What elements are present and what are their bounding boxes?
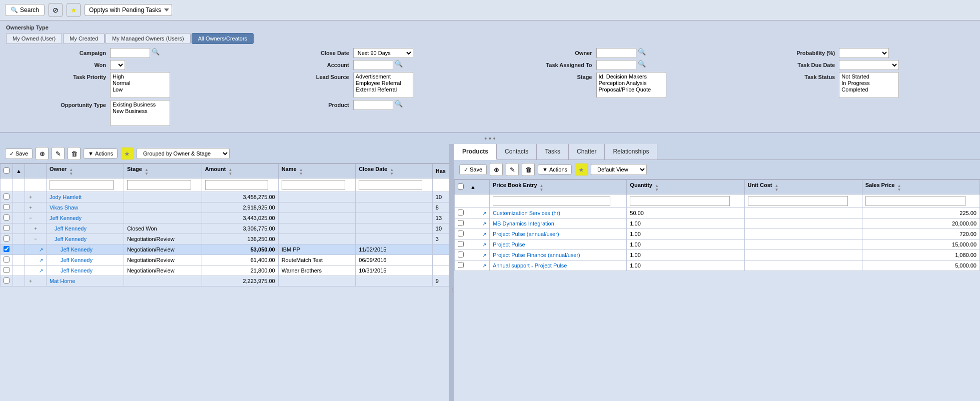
product-external-icon[interactable]: ↗ (482, 252, 486, 258)
ownership-tab-my-created[interactable]: My Created (63, 33, 105, 44)
product-external-icon[interactable]: ↗ (482, 232, 486, 237)
product-external-icon[interactable]: ↗ (482, 221, 486, 226)
quantity-header[interactable]: Quantity ▲▼ (627, 180, 744, 194)
right-view-select[interactable]: Default View (591, 164, 647, 175)
expand-icon[interactable]: ＋ (33, 226, 38, 231)
delete-button[interactable]: 🗑 (68, 147, 81, 160)
task-assigned-search-icon[interactable]: 🔍 (638, 60, 646, 68)
product-name-link[interactable]: Annual support - Project Pulse (493, 262, 567, 268)
won-select[interactable] (110, 60, 125, 70)
pbe-filter-input[interactable] (493, 196, 610, 206)
view-select[interactable]: Opptys with Pending Tasks (85, 4, 172, 16)
expand-icon[interactable]: － (28, 215, 33, 220)
owner-search-icon[interactable]: 🔍 (638, 48, 646, 56)
product-name-link[interactable]: Project Pulse (annual/user) (493, 231, 559, 237)
price-book-entry-header[interactable]: Price Book Entry ▲▼ (489, 180, 626, 194)
star-icon-button[interactable]: ★ (67, 3, 81, 17)
owner-link[interactable]: Jody Hamlett (50, 194, 82, 200)
sp-filter-input[interactable] (865, 196, 965, 206)
product-name-link[interactable]: Project Pulse (493, 242, 525, 248)
product-external-icon[interactable]: ↗ (482, 210, 486, 216)
opportunity-type-select[interactable]: Existing Business New Business (110, 100, 170, 126)
product-row-checkbox[interactable] (458, 262, 464, 268)
amount-filter-input[interactable] (205, 180, 268, 190)
stage-filter-input[interactable] (127, 180, 192, 190)
tab-products[interactable]: Products (454, 144, 497, 160)
ownership-tab-my-owned[interactable]: My Owned (User) (6, 33, 62, 44)
stage-column-header[interactable]: Stage ▲▼ (124, 164, 202, 178)
right-star-button[interactable]: ★ (575, 163, 588, 176)
product-external-icon[interactable]: ↗ (482, 263, 486, 268)
cancel-icon-button[interactable]: ⊘ (49, 3, 63, 17)
owner-filter-input[interactable] (50, 180, 114, 190)
has-column-header[interactable]: Has (432, 164, 449, 178)
product-row-checkbox[interactable] (458, 230, 464, 236)
campaign-input[interactable] (110, 48, 150, 58)
owner-link[interactable]: Jeff Kennedy (50, 215, 82, 221)
owner-link[interactable]: Mat Horne (50, 278, 75, 284)
row-checkbox[interactable] (4, 236, 10, 242)
search-button[interactable]: 🔍 Search (5, 4, 45, 16)
owner-link[interactable]: Jeff Kennedy (61, 257, 93, 263)
tab-chatter[interactable]: Chatter (569, 144, 605, 160)
owner-column-header[interactable]: Owner ▲▼ (46, 164, 124, 178)
sales-price-header[interactable]: Sales Price ▲▼ (862, 180, 979, 194)
vertical-divider[interactable]: ⋮ (450, 144, 454, 401)
product-row-checkbox[interactable] (458, 241, 464, 247)
name-filter-input[interactable] (282, 180, 345, 190)
products-table-wrapper[interactable]: ▲ Price Book Entry ▲▼ Quantity ▲▼ Unit C… (454, 180, 980, 401)
owner-link[interactable]: Jeff Kennedy (55, 226, 87, 232)
tab-tasks[interactable]: Tasks (537, 144, 569, 160)
right-actions-button[interactable]: ▼ Actions (538, 164, 572, 174)
grouped-select[interactable]: Grouped by Owner & Stage (137, 148, 230, 159)
product-name-link[interactable]: Project Pulse Finance (annual/user) (493, 252, 580, 258)
tab-relationships[interactable]: Relationships (605, 144, 657, 160)
product-search-icon[interactable]: 🔍 (395, 100, 403, 108)
row-checkbox[interactable] (4, 246, 10, 252)
amount-column-header[interactable]: Amount ▲▼ (202, 164, 278, 178)
row-checkbox[interactable] (4, 214, 10, 220)
row-checkbox[interactable] (4, 225, 10, 231)
owner-link[interactable]: Jeff Kennedy (61, 246, 93, 252)
expand-icon[interactable]: ＋ (28, 204, 33, 210)
product-external-icon[interactable]: ↗ (482, 242, 486, 248)
uc-filter-input[interactable] (748, 196, 848, 206)
row-checkbox[interactable] (4, 256, 10, 262)
stage-select[interactable]: Id. Decision Makers Perception Analysis … (596, 72, 666, 98)
campaign-search-icon[interactable]: 🔍 (152, 48, 160, 56)
row-checkbox[interactable] (4, 278, 10, 284)
right-edit-button[interactable]: ✎ (506, 163, 519, 176)
lead-source-select[interactable]: Advertisement Employee Referral External… (353, 72, 413, 98)
owner-input[interactable] (596, 48, 636, 58)
qty-filter-input[interactable] (630, 196, 730, 206)
account-search-icon[interactable]: 🔍 (395, 60, 403, 68)
close-date-filter-input[interactable] (359, 180, 422, 190)
expand-icon[interactable]: － (33, 236, 38, 242)
product-row-checkbox[interactable] (458, 252, 464, 258)
close-date-column-header[interactable]: Close Date ▲▼ (356, 164, 432, 178)
left-star-button[interactable]: ★ (121, 147, 134, 160)
probability-select[interactable] (839, 48, 889, 58)
right-add-button[interactable]: ⊕ (490, 163, 503, 176)
name-column-header[interactable]: Name ▲▼ (278, 164, 356, 178)
close-date-select[interactable]: Next 90 Days (353, 48, 413, 58)
owner-link[interactable]: Jeff Kennedy (61, 268, 93, 274)
task-status-select[interactable]: Not Started In Progress Completed (839, 72, 899, 98)
task-priority-select[interactable]: High Normal Low (110, 72, 170, 98)
task-due-date-select[interactable] (839, 60, 899, 70)
tab-contacts[interactable]: Contacts (497, 144, 537, 160)
external-link-icon[interactable]: ↗ (39, 268, 43, 274)
external-link-icon[interactable]: ↗ (39, 247, 43, 252)
unit-cost-header[interactable]: Unit Cost ▲▼ (744, 180, 862, 194)
account-input[interactable] (353, 60, 393, 70)
row-checkbox[interactable] (4, 194, 10, 200)
ownership-tab-my-managed[interactable]: My Managed Owners (Users) (106, 33, 191, 44)
product-name-link[interactable]: MS Dynamics Integration (493, 220, 554, 226)
select-all-checkbox[interactable] (4, 168, 10, 174)
products-select-all-checkbox[interactable] (458, 184, 464, 190)
right-delete-button[interactable]: 🗑 (522, 163, 535, 176)
right-save-button[interactable]: ✓ Save (459, 164, 487, 175)
row-checkbox[interactable] (4, 267, 10, 273)
expand-icon[interactable]: ＋ (28, 278, 33, 284)
external-link-icon[interactable]: ↗ (39, 258, 43, 263)
